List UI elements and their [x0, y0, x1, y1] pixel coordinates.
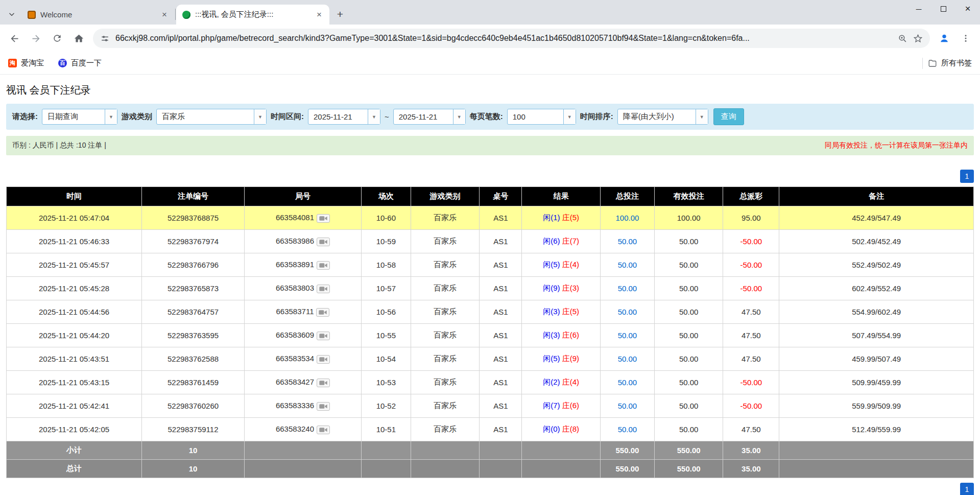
address-bar[interactable]: 66cxkj98.com/ipl/portal.php/game/betreco…: [93, 29, 930, 48]
round-cell: 663583986: [244, 230, 361, 253]
video-icon[interactable]: [317, 238, 330, 246]
total-bet-link[interactable]: 50.00: [618, 237, 637, 246]
total-bet-cell: 50.00: [600, 230, 654, 253]
total-bet-link[interactable]: 50.00: [618, 308, 637, 316]
taobao-icon: 淘: [8, 59, 17, 67]
profile-icon[interactable]: [935, 29, 953, 48]
video-icon[interactable]: [317, 214, 330, 223]
round-number: 663583609: [276, 331, 314, 339]
footer-cell: [362, 460, 411, 478]
result-cell: 闲(3) 庄(5): [522, 300, 600, 324]
bookmarks-bar: 淘 爱淘宝 百 百度一下 所有书签: [0, 52, 980, 75]
video-icon[interactable]: [317, 402, 330, 411]
total-bet-link[interactable]: 100.00: [615, 214, 639, 222]
round-number: 663583336: [276, 401, 314, 410]
chevron-down-icon[interactable]: ▼: [254, 109, 266, 124]
total-bet-cell: 50.00: [600, 277, 654, 300]
payout-value: -50.00: [740, 284, 762, 293]
game-type-select[interactable]: 百家乐 ▼: [156, 109, 267, 125]
close-button[interactable]: ×: [955, 0, 980, 17]
video-icon[interactable]: [317, 332, 330, 340]
total-bet-link[interactable]: 50.00: [618, 425, 637, 434]
page-button-1[interactable]: 1: [960, 170, 974, 183]
date-from-select[interactable]: 2025-11-21 ▼: [308, 109, 380, 125]
video-icon[interactable]: [317, 261, 330, 270]
tab-betrecord[interactable]: :::视讯, 会员下注纪录::: ×: [176, 5, 329, 25]
tilde-separator: ~: [385, 112, 389, 121]
video-icon[interactable]: [317, 426, 330, 434]
summary-text: 币别 : 人民币 | 总共 :10 注单 |: [12, 141, 106, 150]
close-icon[interactable]: ×: [159, 10, 170, 20]
result-cell: 闲(6) 庄(7): [522, 230, 600, 253]
total-bet-cell: 100.00: [600, 206, 654, 230]
total-bet-link[interactable]: 50.00: [618, 355, 637, 363]
chevron-down-icon[interactable]: ▼: [696, 109, 708, 124]
footer-cell: [779, 460, 974, 478]
page-size-select[interactable]: 100 ▼: [507, 109, 576, 125]
total-bet-link[interactable]: 50.00: [618, 378, 637, 387]
column-header: 场次: [362, 187, 411, 206]
footer-cell: [244, 441, 361, 460]
chevron-down-icon[interactable]: ▼: [368, 109, 380, 124]
valid-bet-cell: 50.00: [654, 371, 723, 394]
date-query-select[interactable]: 日期查询 ▼: [42, 109, 117, 125]
total-bet-link[interactable]: 50.00: [618, 331, 637, 340]
table-row: 2025-11-21 05:44:20522983763595663583609…: [7, 324, 974, 347]
bookmark-taobao[interactable]: 淘 爱淘宝: [8, 58, 44, 68]
total-bet-link[interactable]: 50.00: [618, 261, 637, 269]
divider: [922, 58, 923, 69]
video-icon[interactable]: [317, 355, 330, 364]
back-button[interactable]: [5, 29, 23, 48]
table-row: 2025-11-21 05:46:33522983767974663583986…: [7, 230, 974, 253]
round-cell: 663583711: [244, 300, 361, 324]
refresh-button[interactable]: [48, 29, 66, 48]
bet-id-cell: 522983764757: [142, 300, 245, 324]
chevron-down-icon[interactable]: ▼: [453, 109, 465, 124]
sort-order-select[interactable]: 降幂(由大到小) ▼: [617, 109, 708, 125]
time-cell: 2025-11-21 05:44:56: [7, 300, 142, 324]
footer-label: 总计: [7, 460, 142, 478]
date-to-select[interactable]: 2025-11-21 ▼: [393, 109, 466, 125]
valid-bet-cell: 50.00: [654, 418, 723, 441]
new-tab-button[interactable]: +: [332, 7, 348, 22]
page-button-1[interactable]: 1: [960, 483, 974, 495]
bet-id-cell: 522983767974: [142, 230, 245, 253]
video-icon[interactable]: [317, 379, 330, 387]
time-cell: 2025-11-21 05:45:57: [7, 253, 142, 277]
footer-cell: [480, 441, 522, 460]
valid-bet-cell: 50.00: [654, 300, 723, 324]
minimize-button[interactable]: ─: [906, 0, 931, 17]
result-cell: 闲(3) 庄(6): [522, 324, 600, 347]
chevron-down-icon[interactable]: ▼: [105, 109, 117, 124]
session-cell: 10-58: [362, 253, 411, 277]
home-button[interactable]: [69, 29, 88, 48]
payout-cell: -50.00: [723, 394, 779, 418]
pagination-bottom: 1: [6, 483, 974, 495]
payout-cell: 95.00: [723, 206, 779, 230]
forward-button[interactable]: [27, 29, 45, 48]
video-icon[interactable]: [317, 285, 330, 293]
menu-kebab-icon[interactable]: [957, 29, 975, 48]
video-icon[interactable]: [316, 308, 329, 317]
bookmark-star-icon[interactable]: [913, 34, 923, 43]
total-bet-link[interactable]: 50.00: [618, 284, 637, 293]
table-number-cell: AS1: [480, 371, 522, 394]
banker-result: 庄(4): [562, 378, 579, 386]
chevron-down-icon[interactable]: ▼: [563, 109, 576, 124]
site-info-icon[interactable]: [100, 34, 110, 43]
payout-value: 47.50: [742, 355, 761, 363]
all-bookmarks-button[interactable]: 所有书签: [928, 58, 972, 68]
search-button[interactable]: 查询: [713, 108, 744, 125]
valid-bet-cell: 100.00: [654, 206, 723, 230]
maximize-button[interactable]: [931, 0, 955, 17]
browser-toolbar: 66cxkj98.com/ipl/portal.php/game/betreco…: [0, 25, 980, 52]
url-text[interactable]: 66cxkj98.com/ipl/portal.php/game/betreco…: [115, 34, 892, 43]
total-bet-link[interactable]: 50.00: [618, 402, 637, 410]
session-cell: 10-55: [362, 324, 411, 347]
bookmark-baidu[interactable]: 百 百度一下: [58, 58, 102, 68]
zoom-icon[interactable]: [898, 34, 907, 43]
bet-id-cell: 522983762588: [142, 347, 245, 371]
tab-welcome[interactable]: Welcome ×: [21, 5, 175, 25]
chevron-down-icon[interactable]: [3, 4, 20, 25]
close-icon[interactable]: ×: [314, 10, 324, 20]
